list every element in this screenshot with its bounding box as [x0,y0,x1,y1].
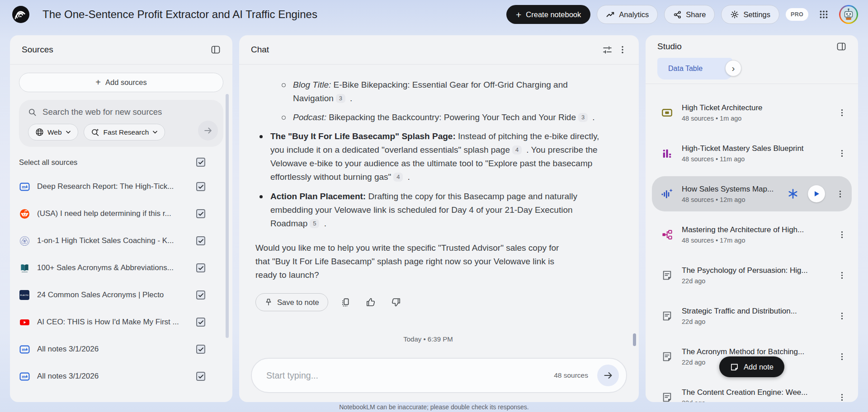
item-more-menu-icon[interactable] [835,228,849,242]
item-more-menu-icon[interactable] [835,146,849,160]
notebooklm-app: The One-Sentence Profit Extractor and AI… [0,0,868,412]
item-more-menu-icon[interactable] [835,350,849,364]
bar-chart-icon [660,148,674,159]
source-checkbox[interactable] [196,263,205,272]
source-checkbox[interactable] [196,209,205,218]
report-doc-icon [660,270,674,281]
notebook-title[interactable]: The One-Sentence Profit Extractor and AI… [42,8,500,21]
source-row[interactable]: 100+ Sales Acronyms & Abbreviations... [19,254,223,281]
studio-item[interactable]: The Psychology of Persuasion: Hig... 22d… [650,255,854,295]
svg-text:m: m [22,184,25,189]
add-note-button[interactable]: Add note [719,356,784,377]
plecto-logo-icon: PLECTO [19,290,30,300]
sources-body: + Add sources Web [10,65,232,402]
citation-chip[interactable]: 5 [310,219,319,228]
answer-actions-row: Save to note [255,293,601,311]
source-row[interactable]: m Deep Research Report: The High-Tick... [19,173,223,200]
assistant-closing-question: Would you like me to help you write the … [255,241,563,282]
chat-input-area: 48 sources [239,352,639,402]
play-audio-icon[interactable] [808,185,825,202]
chat-more-menu-icon[interactable] [615,42,630,57]
source-checkbox[interactable] [196,290,205,300]
chevron-down-icon [152,130,158,134]
select-all-checkbox[interactable] [196,158,205,167]
source-row[interactable]: PLECTO 24 Common Sales Acronyms | Plecto [19,281,223,309]
chat-input-box[interactable]: 48 sources [251,358,627,393]
website-favicon-icon [19,235,30,246]
add-sources-button[interactable]: + Add sources [19,73,223,92]
search-icon [28,108,37,117]
carousel-next-icon[interactable]: › [725,60,741,76]
item-more-menu-icon[interactable] [835,106,849,120]
citation-chip[interactable]: 3 [336,94,345,103]
notebooklm-logo-icon[interactable] [12,5,30,23]
analytics-button[interactable]: Analytics [597,5,658,24]
select-all-label: Select all sources [19,158,196,167]
item-more-menu-icon[interactable] [835,390,849,403]
share-button[interactable]: Share [664,5,715,24]
globe-icon [35,128,44,136]
chat-panel-title: Chat [251,45,599,55]
workspace-panels: Sources + Add sources [0,29,868,402]
source-row[interactable]: 1-on-1 High Ticket Sales Coaching - K... [19,227,223,254]
search-web-input[interactable] [42,107,186,117]
chat-panel-header: Chat [239,35,639,65]
google-apps-grid-icon[interactable] [815,5,833,23]
copy-icon[interactable] [338,295,353,310]
data-table-chip[interactable]: Data Table [657,58,732,80]
top-bar: The One-Sentence Profit Extractor and AI… [0,0,868,29]
robot-avatar-image [840,6,857,23]
svg-text:m: m [22,374,25,379]
studio-item[interactable]: High Ticket Architecture 48 sources • 1m… [650,92,854,133]
send-message-icon[interactable] [597,365,619,386]
studio-item[interactable]: Strategic Traffic and Distribution... 22… [650,295,854,336]
citation-chip[interactable]: 4 [393,173,403,182]
studio-item[interactable]: Mastering the Architecture of High... 48… [650,214,854,255]
chat-bullet-item: Podcast: Bikepacking the Backcountry: Po… [278,111,601,124]
select-all-row: Select all sources [19,151,223,173]
source-row[interactable]: m All notes 3/1/2026 [19,336,223,363]
save-to-note-button[interactable]: Save to note [255,293,328,311]
web-filter-dropdown[interactable]: Web [28,124,78,140]
citation-chip[interactable]: 3 [578,113,588,122]
chat-settings-sliders-icon[interactable] [599,42,615,58]
collapse-sources-panel-icon[interactable] [208,42,223,57]
pro-badge: PRO [786,8,808,21]
pin-icon [264,298,273,306]
item-more-menu-icon[interactable] [833,187,847,201]
item-more-menu-icon[interactable] [835,309,849,323]
chat-message-area[interactable]: Blog Title: E-Bike Bikepacking: Essentia… [239,65,639,352]
chat-panel: Chat Blog Title: E-Bike Bikepacking: Ess… [239,35,639,402]
chat-text-input[interactable] [266,370,554,381]
settings-button[interactable]: Settings [721,5,779,24]
source-checkbox[interactable] [196,318,205,327]
flowchart-icon [660,229,674,240]
interactive-mode-icon[interactable] [786,187,800,201]
source-row[interactable]: m All notes 3/1/2026 [19,363,223,390]
source-row[interactable]: (USA) I need help determining if this r.… [19,200,223,227]
report-doc-icon [660,392,674,403]
studio-item-selected[interactable]: How Sales Systems Map... 48 sources • 12… [652,176,852,211]
source-row[interactable]: AI CEO: THIS is How I'd Make My First ..… [19,309,223,336]
submit-search-icon[interactable] [198,121,218,140]
source-checkbox[interactable] [196,182,205,191]
research-mode-dropdown[interactable]: Fast Research [84,124,165,140]
thumbs-down-icon[interactable] [388,295,404,310]
thumbs-up-icon[interactable] [363,295,378,310]
source-checkbox[interactable] [196,236,205,245]
create-notebook-button[interactable]: + Create notebook [506,5,590,24]
video-overview-icon [660,107,674,118]
source-checkbox[interactable] [196,345,205,354]
source-checkbox[interactable] [196,372,205,381]
expand-studio-panel-icon[interactable] [834,39,849,54]
user-avatar[interactable] [839,5,858,24]
citation-chip[interactable]: 4 [512,145,522,154]
plus-icon: + [516,10,521,19]
studio-item[interactable]: The Content Creation Engine: Wee... 22d … [650,377,854,402]
studio-item[interactable]: High-Ticket Mastery Sales Blueprint 48 s… [650,133,854,173]
item-more-menu-icon[interactable] [835,268,849,282]
chat-scrollbar[interactable] [633,333,636,346]
sources-scrollbar[interactable] [226,94,229,338]
sources-panel: Sources + Add sources [10,35,232,402]
chat-bullet-item: The "Buy It For Life Basecamp" Splash Pa… [255,130,601,184]
